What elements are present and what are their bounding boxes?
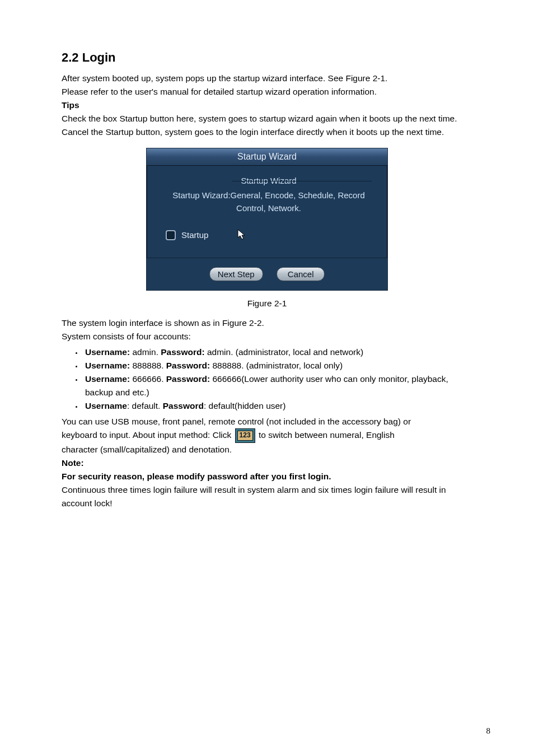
body-text: You can use USB mouse, front panel, remo… — [62, 415, 472, 428]
password-value: 888888. (administrator, local only) — [210, 361, 343, 370]
body-text-fragment: keyboard to input. About input method: C… — [62, 430, 234, 440]
username-label: Username: — [85, 361, 130, 370]
password-label: Password: — [166, 374, 210, 384]
note-label: Note: — [62, 456, 472, 470]
body-text: keyboard to input. About input method: C… — [62, 428, 472, 443]
cancel-button[interactable]: Cancel — [277, 267, 325, 281]
cursor-icon — [214, 228, 246, 242]
body-text: After system booted up, system pops up t… — [62, 72, 472, 85]
username-value: 888888. — [130, 361, 166, 370]
body-text: Check the box Startup button here, syste… — [62, 112, 472, 125]
ime-123-label: 123 — [237, 431, 253, 441]
body-text: The system login interface is shown as i… — [62, 316, 472, 330]
startup-checkbox[interactable] — [166, 230, 176, 240]
username-value: 666666. — [130, 374, 166, 384]
body-text: Please refer to the user's manual for de… — [62, 85, 472, 99]
password-value: admin. (administrator, local and network… — [205, 347, 363, 357]
body-text-fragment: to switch between numeral, English — [259, 430, 395, 440]
next-step-button[interactable]: Next Step — [209, 267, 263, 281]
password-label: Password: — [166, 361, 210, 370]
body-text: character (small/capitalized) and denota… — [62, 443, 472, 456]
list-item: Username: 666666. Password: 666666(Lower… — [83, 372, 472, 399]
password-label: Password: — [161, 347, 204, 357]
startup-wizard-dialog: Startup Wizard Startup Wizard Startup Wi… — [146, 148, 388, 291]
figure-caption: Figure 2-1 — [62, 298, 472, 309]
username-label: Username — [85, 401, 127, 410]
username-label: Username: — [85, 347, 130, 357]
section-heading: 2.2 Login — [62, 50, 472, 65]
username-value: : default. — [127, 401, 163, 410]
list-item: Username: 888888. Password: 888888. (adm… — [83, 359, 472, 372]
username-value: admin. — [130, 347, 161, 357]
ime-123-icon[interactable]: 123 — [235, 428, 255, 443]
password-label: Password — [163, 401, 204, 410]
body-text: Continuous three times login failure wil… — [62, 483, 472, 510]
tips-label: Tips — [62, 99, 472, 112]
dialog-footer: Next Step Cancel — [147, 258, 387, 290]
list-item: Username: admin. Password: admin. (admin… — [83, 346, 472, 359]
groupbox-divider — [232, 181, 372, 181]
accounts-list: Username: admin. Password: admin. (admin… — [62, 346, 472, 413]
wizard-description: Startup Wizard:General, Encode, Schedule… — [166, 189, 372, 214]
note-text: For security reason, please modify passw… — [62, 470, 472, 483]
dialog-title: Startup Wizard — [147, 148, 387, 166]
startup-checkbox-label: Startup — [181, 230, 208, 240]
username-label: Username: — [85, 374, 130, 384]
password-value: : default(hidden user) — [204, 401, 285, 410]
body-text: System consists of four accounts: — [62, 330, 472, 343]
list-item: Username: default. Password: default(hid… — [83, 399, 472, 413]
body-text: Cancel the Startup button, system goes t… — [62, 125, 472, 139]
page-number: 8 — [486, 726, 491, 736]
figure-2-1: Startup Wizard Startup Wizard Startup Wi… — [62, 148, 472, 291]
